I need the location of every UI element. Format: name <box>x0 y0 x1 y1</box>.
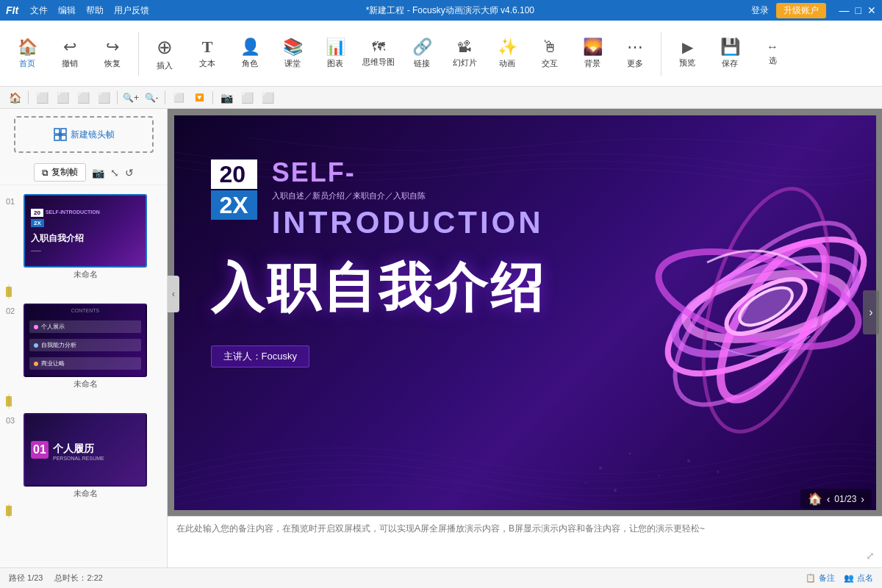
upgrade-button[interactable]: 升级账户 <box>776 3 826 18</box>
slide-nav-indicator: 01/23 <box>834 494 856 504</box>
toolbar-character[interactable]: 👤 角色 <box>230 35 270 72</box>
toolbar-animation[interactable]: ✨ 动画 <box>487 35 527 72</box>
main-slide-title: 入职自我介绍 <box>211 253 839 323</box>
undo-label: 撤销 <box>62 58 78 69</box>
canvas-area: 20 2X SELF- 入职自述／新员介绍／来职自介／入职自陈 INTRODUC… <box>168 109 882 567</box>
slide-number-3: 03 <box>6 416 19 425</box>
tb2-paste-icon[interactable]: ⬜ <box>74 89 92 107</box>
title-bar-left: FIt 文件 编辑 帮助 用户反馈 <box>6 4 149 17</box>
note-btn-label: 备注 <box>819 573 835 584</box>
toolbar-classroom[interactable]: 📚 课堂 <box>273 35 312 72</box>
toolbar-more[interactable]: ⋯ 更多 <box>615 35 655 72</box>
toolbar-select[interactable]: ↔ 选 <box>753 37 792 69</box>
tb2-paste2-icon[interactable]: ⬜ <box>95 89 112 107</box>
toolbar-link[interactable]: 🔗 链接 <box>402 35 442 72</box>
resume-badge: 01 <box>31 441 49 459</box>
camera-frame-icon[interactable]: 📷 <box>92 167 104 179</box>
window-title: *新建工程 - Focusky动画演示大师 v4.6.100 <box>366 4 534 17</box>
toolbar-text[interactable]: T 文本 <box>187 35 227 72</box>
toolbar-save[interactable]: 💾 保存 <box>710 35 750 72</box>
copy-icon: ⧉ <box>42 168 49 178</box>
mindmap-label: 思维导图 <box>362 57 395 68</box>
slide-col-1: 20 SELF-INTRODUCTION 2X 入职自我介绍 —— 未命名 <box>24 194 147 280</box>
left-panel: 新建镜头帧 ⧉ 复制帧 📷 ⤡ ↺ 01 20 <box>0 109 168 567</box>
note-button[interactable]: 📋 备注 <box>806 573 835 584</box>
note-icon: 📋 <box>806 573 816 583</box>
copy-btn-label: 复制帧 <box>51 166 78 179</box>
canvas-nav-right[interactable]: › <box>863 290 879 334</box>
preview-label: 预览 <box>679 57 695 68</box>
slides-list: 01 20 SELF-INTRODUCTION 2X 入职自我介绍 —— <box>0 185 167 567</box>
menu-feedback[interactable]: 用户反馈 <box>114 4 149 17</box>
login-button[interactable]: 登录 <box>751 4 769 17</box>
toolbar-mindmap[interactable]: 🗺 思维导图 <box>358 37 399 71</box>
maximize-button[interactable]: □ <box>856 4 861 16</box>
svg-rect-0 <box>54 129 60 134</box>
minimize-button[interactable]: — <box>839 4 850 16</box>
toolbar-background[interactable]: 🌄 背景 <box>573 35 612 72</box>
presenter-tag: 主讲人：Focusky <box>211 345 309 368</box>
copy-frame-button[interactable]: ⧉ 复制帧 <box>34 163 86 182</box>
interact-label: 交互 <box>542 58 558 69</box>
toolbar-home[interactable]: 🏠 首页 <box>7 35 47 72</box>
character-label: 角色 <box>242 58 258 69</box>
toolbar-interact[interactable]: 🖱 交互 <box>530 35 570 72</box>
slide-nav-home[interactable]: 🏠 <box>808 492 822 506</box>
frame-sync-icon[interactable]: ↺ <box>125 167 134 179</box>
tb2-home-icon[interactable]: 🏠 <box>6 89 24 107</box>
tb2-zoomin-icon[interactable]: 🔍+ <box>122 89 140 107</box>
text-label: 文本 <box>199 58 215 69</box>
slide-name-3: 未命名 <box>24 488 147 499</box>
home-label: 首页 <box>19 58 35 69</box>
tb2-grid-icon[interactable]: ⬜ <box>238 89 256 107</box>
year-bottom: 2X <box>211 190 257 220</box>
notes-input[interactable] <box>176 523 873 562</box>
intro-label: INTRODUCTION <box>272 207 544 238</box>
toolbar-undo[interactable]: ↩ 撤销 <box>50 35 90 72</box>
app-logo: FIt <box>6 4 18 16</box>
insert-icon: ⊕ <box>157 36 173 59</box>
text-icon: T <box>202 37 213 57</box>
connector-icon-2 <box>0 394 18 409</box>
close-button[interactable]: ✕ <box>867 4 876 16</box>
window-controls: — □ ✕ <box>839 4 876 16</box>
intro-top: 20 2X SELF- 入职自述／新员介绍／来职自介／入职自陈 INTRODUC… <box>211 159 839 238</box>
tb2-fit-icon[interactable]: ⬜ <box>170 89 187 107</box>
roll-call-button[interactable]: 👥 点名 <box>844 573 873 584</box>
toolbar-chart[interactable]: 📊 图表 <box>315 35 355 72</box>
classroom-label: 课堂 <box>284 58 301 69</box>
slide-nav-next[interactable]: › <box>861 493 864 505</box>
slide-display[interactable]: 20 2X SELF- 入职自述／新员介绍／来职自介／入职自陈 INTRODUC… <box>174 115 876 510</box>
connector-icon-1 <box>0 284 18 299</box>
link-icon: 🔗 <box>412 37 432 57</box>
undo-icon: ↩ <box>63 37 76 57</box>
tb2-camera-icon[interactable]: 📷 <box>218 89 235 107</box>
toolbar-preview[interactable]: ▶ 预览 <box>667 35 707 71</box>
slide-nav-prev[interactable]: ‹ <box>827 493 831 505</box>
menu-edit[interactable]: 编辑 <box>58 4 76 17</box>
slide-thumb-1[interactable]: 20 SELF-INTRODUCTION 2X 入职自我介绍 —— <box>24 194 147 268</box>
title-bar: FIt 文件 编辑 帮助 用户反馈 *新建工程 - Focusky动画演示大师 … <box>0 0 882 21</box>
home-icon: 🏠 <box>18 37 37 57</box>
new-frame-button[interactable]: 新建镜头帧 <box>14 116 154 153</box>
chart-label: 图表 <box>327 58 343 69</box>
slide-thumb-3[interactable]: 01 个人履历 PERSONAL RESUME <box>24 413 147 487</box>
left-panel-collapse[interactable]: ‹ <box>168 276 179 312</box>
tb2-dropdown-icon[interactable]: 🔽 <box>190 89 208 107</box>
frame-expand-icon[interactable]: ⤡ <box>110 167 119 179</box>
expand-notes-icon[interactable]: ⤢ <box>866 550 875 562</box>
slide-canvas[interactable]: 20 2X SELF- 入职自述／新员介绍／来职自介／入职自陈 INTRODUC… <box>168 109 882 516</box>
tb2-zoomout-icon[interactable]: 🔍- <box>143 89 160 107</box>
toolbar-insert[interactable]: ⊕ 插入 <box>145 33 184 74</box>
menu-help[interactable]: 帮助 <box>86 4 104 17</box>
tb2-extra-icon[interactable]: ⬜ <box>259 89 276 107</box>
redo-label: 恢复 <box>104 58 121 69</box>
toolbar-redo[interactable]: ↪ 恢复 <box>93 35 132 72</box>
menu-file[interactable]: 文件 <box>30 4 48 17</box>
title-bar-right: 登录 升级账户 — □ ✕ <box>751 3 876 18</box>
roll-call-label: 点名 <box>857 573 873 584</box>
toolbar-slideshow[interactable]: 📽 幻灯片 <box>445 36 484 71</box>
tb2-crop-icon[interactable]: ⬜ <box>33 89 51 107</box>
slide-thumb-2[interactable]: 目录 CONTENTS 个人展示 自我能力分析 <box>24 304 147 377</box>
tb2-copy-icon[interactable]: ⬜ <box>54 89 71 107</box>
